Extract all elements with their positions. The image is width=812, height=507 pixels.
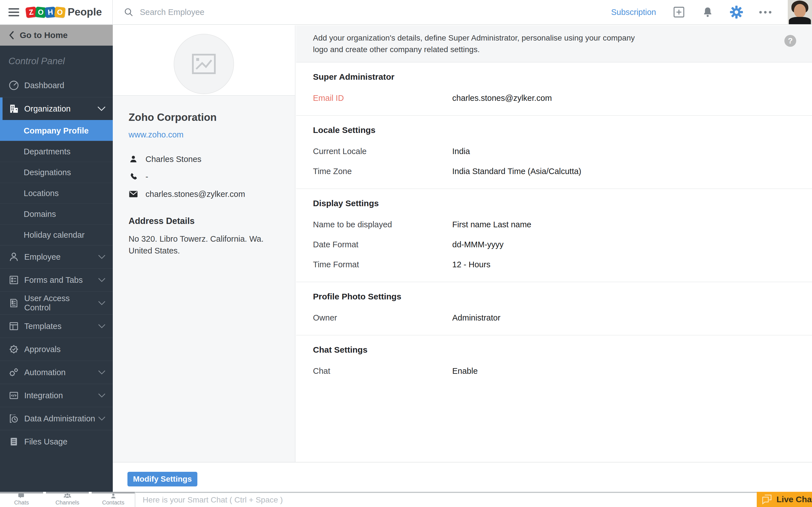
sidebar-item-label: Forms and Tabs <box>24 276 83 285</box>
search-icon <box>123 7 134 17</box>
sidebar-item-employee[interactable]: Employee <box>0 245 113 268</box>
logo-tile: O <box>54 6 66 18</box>
templates-icon <box>8 321 20 332</box>
setting-label: Owner <box>313 313 452 323</box>
contacts-icon <box>110 493 116 499</box>
setting-label: Time Zone <box>313 167 452 176</box>
sidebar-item-label: User Access Control <box>24 294 98 313</box>
setting-row: Owner Administrator <box>313 313 796 323</box>
setting-row: Time Zone India Standard Time (Asia/Calc… <box>313 167 796 176</box>
chevron-down-icon <box>98 416 105 421</box>
sidebar-item-integration[interactable]: Integration <box>0 384 113 407</box>
sidebar-item-departments[interactable]: Departments <box>0 141 113 162</box>
search-input[interactable] <box>140 8 320 17</box>
chevron-down-icon <box>98 301 105 305</box>
mail-icon <box>129 190 138 198</box>
user-access-control-icon <box>8 298 20 308</box>
contact-email: charles.stones@zylker.com <box>146 189 245 199</box>
tab-chats[interactable]: Chats <box>0 492 43 507</box>
product-name: People <box>68 6 102 18</box>
sidebar-item-locations[interactable]: Locations <box>0 182 113 203</box>
sidebar-item-automation[interactable]: Automation <box>0 360 113 384</box>
modify-settings-button[interactable]: Modify Settings <box>128 472 197 487</box>
sidebar-item-user-access-control[interactable]: User Access Control <box>0 291 113 314</box>
zoho-logo: Z O H O People <box>26 6 102 18</box>
chevron-down-icon <box>98 371 105 375</box>
sidebar-item-label: Dashboard <box>24 81 64 90</box>
section-title: Display Settings <box>313 199 796 208</box>
setting-row: Chat Enable <box>313 367 796 376</box>
smart-chat-input[interactable] <box>143 496 757 504</box>
top-header: Z O H O People Subscription <box>0 0 812 25</box>
contact-name: Charles Stones <box>146 155 201 164</box>
user-avatar[interactable] <box>788 0 812 24</box>
live-chat-button[interactable]: Live Chat <box>757 492 812 507</box>
tab-contacts[interactable]: Contacts <box>92 492 135 507</box>
info-banner: Add your organization's details, define … <box>296 25 812 62</box>
contact-phone-row: - <box>129 171 284 182</box>
files-usage-icon <box>8 436 20 447</box>
sidebar-item-holiday-calendar[interactable]: Holiday calendar <box>0 224 113 245</box>
section-super-administrator: Super Administrator Email ID charles.sto… <box>296 62 812 116</box>
address-details-text: No 320. Libro Towerz. California. Wa. Un… <box>129 233 272 257</box>
setting-label: Time Format <box>313 260 452 269</box>
logo-tile: H <box>45 6 56 18</box>
data-administration-icon <box>8 413 20 424</box>
setting-label: Current Locale <box>313 147 452 156</box>
smart-chat-bar: Chats Channels Contacts Live Chat <box>0 492 812 507</box>
dashboard-icon <box>8 80 20 91</box>
company-website-link[interactable]: www.zoho.com <box>129 130 284 139</box>
sidebar-item-organization[interactable]: Organization <box>0 97 113 120</box>
tab-label: Contacts <box>102 499 124 506</box>
company-logo-box <box>113 25 296 96</box>
setting-value: 12 - Hours <box>452 260 490 269</box>
control-panel-sidebar: Go to Home Control Panel Dashboard Organ… <box>0 25 113 492</box>
add-new-icon[interactable] <box>672 6 686 18</box>
contact-name-row: Charles Stones <box>129 154 284 165</box>
sidebar-item-approvals[interactable]: Approvals <box>0 337 113 360</box>
subscription-link[interactable]: Subscription <box>611 8 656 17</box>
section-title: Chat Settings <box>313 345 796 355</box>
organization-building-icon <box>8 103 20 114</box>
sidebar-item-label: Files Usage <box>24 437 67 446</box>
tab-label: Chats <box>14 499 29 506</box>
setting-value: India <box>452 147 470 156</box>
setting-value: dd-MMM-yyyy <box>452 240 504 249</box>
help-icon[interactable]: ? <box>784 35 796 47</box>
company-profile-settings: Add your organization's details, define … <box>296 25 812 462</box>
sidebar-item-label: Templates <box>24 322 61 331</box>
sidebar-item-forms-and-tabs[interactable]: Forms and Tabs <box>0 268 113 291</box>
go-to-home-button[interactable]: Go to Home <box>0 25 113 46</box>
integration-code-icon <box>8 390 20 401</box>
setting-value: charles.stones@zylker.com <box>452 94 552 103</box>
chevron-down-icon <box>98 255 105 259</box>
company-contact-list: Charles Stones - charles.stones@zylker.c… <box>129 154 284 200</box>
more-options-icon[interactable] <box>759 11 771 13</box>
sidebar-item-files-usage[interactable]: Files Usage <box>0 430 113 453</box>
notifications-bell-icon[interactable] <box>702 6 714 18</box>
sidebar-item-templates[interactable]: Templates <box>0 314 113 337</box>
person-icon <box>129 155 138 163</box>
sidebar-item-dashboard[interactable]: Dashboard <box>0 74 113 97</box>
setting-label-email-id[interactable]: Email ID <box>313 94 452 103</box>
smart-chat-input-area <box>135 492 757 507</box>
logo-area: Z O H O People <box>0 0 113 24</box>
sidebar-item-domains[interactable]: Domains <box>0 203 113 224</box>
back-chevron-icon <box>8 31 15 40</box>
employee-search <box>123 7 320 17</box>
section-title: Profile Photo Settings <box>313 292 796 301</box>
sidebar-item-data-administration[interactable]: Data Administration <box>0 407 113 430</box>
sidebar-item-designations[interactable]: Designations <box>0 162 113 182</box>
chevron-down-icon <box>98 278 105 282</box>
employee-person-icon <box>8 251 20 262</box>
settings-gear-icon[interactable] <box>730 6 743 18</box>
hamburger-menu-icon[interactable] <box>8 8 19 16</box>
image-placeholder-icon <box>191 53 216 75</box>
sidebar-item-company-profile[interactable]: Company Profile <box>0 120 113 141</box>
section-locale-settings: Locale Settings Current Locale India Tim… <box>296 116 812 189</box>
company-logo-placeholder[interactable] <box>174 34 234 94</box>
setting-row: Name to be displayed First name Last nam… <box>313 220 796 229</box>
go-to-home-label: Go to Home <box>20 31 68 40</box>
live-chat-icon <box>761 494 772 504</box>
tab-channels[interactable]: Channels <box>46 492 89 507</box>
